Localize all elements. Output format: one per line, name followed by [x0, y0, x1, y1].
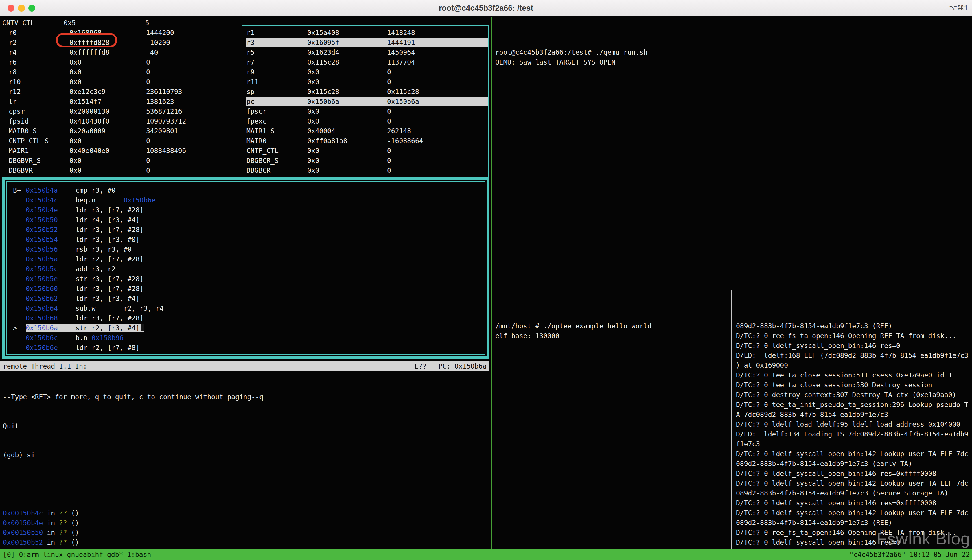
- register-hex-value: 0x16095f: [307, 38, 387, 47]
- register-name: lr: [9, 97, 69, 107]
- register-hex-value: 0x0: [69, 67, 146, 77]
- log-line: f1e7c3: [736, 439, 972, 449]
- gdb-status-left: remote Thread 1.1 In:: [3, 362, 87, 370]
- register-dec-value: 1444191: [387, 39, 415, 46]
- step-in-text: in: [43, 509, 59, 517]
- register-row: DBGBVR0x00: [9, 165, 241, 175]
- register-name: r7: [247, 57, 307, 67]
- disasm-instruction: ldr r3, [r7, #28]: [75, 226, 143, 233]
- register-dec-value: 1444200: [146, 29, 174, 37]
- disassembly-line: 0x150b60ldr r3, [r7, #28]: [13, 284, 485, 293]
- register-row: r80x00: [9, 67, 241, 77]
- register-name: fpscr: [247, 107, 307, 116]
- register-pane-top-border: [242, 25, 488, 26]
- disasm-instruction: str r2, [r3, #4]: [75, 324, 140, 332]
- register-row: sp0x115c280x115c28: [247, 87, 488, 97]
- disassembly-line: 0x150b6cb.n 0x150b96: [13, 333, 485, 343]
- register-name: r5: [247, 47, 307, 57]
- disassembly-line: 0x150b4eldr r3, [r7, #28]: [13, 205, 485, 215]
- disasm-address: 0x150b5c: [26, 264, 75, 274]
- register-row: MAIR1_S0x40004262148: [247, 126, 488, 136]
- register-dec-value: 34209801: [146, 127, 178, 135]
- log-line: D/TC:? 0 ldelf_syscall_open_bin:146 res=…: [736, 498, 972, 508]
- register-dec-value: 1418248: [387, 29, 415, 37]
- register-hex-value: 0x40004: [307, 126, 387, 136]
- step-address: 0x00150b52: [3, 538, 43, 546]
- register-dec-value: 0: [387, 108, 391, 115]
- register-name: DBGBVR_S: [9, 156, 69, 165]
- register-hex-value: 0x0: [69, 77, 146, 87]
- log-line: 089d2-883b-4f7b-8154-ea1db9f1e7c3 (REE): [736, 518, 972, 528]
- disasm-address: 0x150b6e: [26, 343, 75, 353]
- unknown-symbol: ??: [59, 529, 67, 536]
- shell-pane[interactable]: /mnt/host # ./optee_example_hello_worlde…: [495, 292, 727, 341]
- register-hex-value: 0xe12c3c9: [69, 87, 146, 97]
- register-dec-value: 0: [387, 167, 391, 174]
- gdb-cli-pane[interactable]: --Type <RET> for more, q to quit, c to c…: [3, 373, 263, 560]
- log-line: D/TC:? 0 tee_ta_close_session:511 csess …: [736, 370, 972, 380]
- register-dec-value: 536871216: [146, 108, 182, 115]
- disassembly-line: 0x150b4cbeq.n 0x150b6e: [13, 195, 485, 205]
- register-hex-value: 0x20000130: [69, 107, 146, 116]
- disasm-address: 0x150b54: [26, 235, 75, 244]
- disasm-address: 0x150b52: [26, 225, 75, 235]
- titlebar: root@c4c45b3f2a66: /test ⌥⌘1: [0, 0, 972, 16]
- register-row: r60x00: [9, 57, 241, 67]
- disassembly-line: 0x150b5cadd r3, r2: [13, 264, 485, 274]
- tmux-host-clock: "c4c45b3f2a66" 10:12 05-Jun-22: [850, 549, 970, 560]
- watermark: Fswlnk Blog: [877, 529, 970, 548]
- register-pane-left-border: [5, 27, 5, 177]
- disasm-instruction: ldr r3, [r7, #28]: [75, 314, 143, 322]
- register-name: sp: [247, 87, 307, 97]
- register-dec-value: 0x150b6a: [387, 98, 419, 105]
- register-column-right[interactable]: r10x15a4081418248r30x16095f1444191r50x16…: [242, 28, 488, 175]
- paging-message: --Type <RET> for more, q to quit, c to c…: [3, 392, 263, 402]
- optee-log-pane[interactable]: 089d2-883b-4f7b-8154-ea1db9f1e7c3 (REE)D…: [736, 292, 972, 560]
- tmux-session-windows[interactable]: [0] 0:arm-linux-gnueabihf-gdb* 1:bash-: [3, 551, 155, 558]
- register-name: DBGBVR: [9, 165, 69, 175]
- disasm-instruction: sub.w r2, r3, r4: [75, 305, 164, 312]
- pane-separator-vertical[interactable]: [731, 290, 732, 549]
- log-line: D/TC:? 0 ldelf_syscall_open_bin:142 Look…: [736, 478, 972, 488]
- disasm-instruction: b.n: [75, 334, 92, 342]
- pane-separator-vertical-active[interactable]: [491, 17, 492, 549]
- log-line: 089d2-883b-4f7b-8154-ea1db9f1e7c3 (Secur…: [736, 488, 972, 498]
- register-row: r10x15a4081418248: [247, 28, 488, 38]
- register-row: MAIR0_S0x20a000934209801: [9, 126, 241, 136]
- register-name: r12: [9, 87, 69, 97]
- register-name: MAIR1_S: [247, 126, 307, 136]
- register-hex-value: 0x20a0009: [69, 126, 146, 136]
- register-name: r8: [9, 67, 69, 77]
- disassembly-line: 0x150b52ldr r3, [r7, #28]: [13, 225, 485, 235]
- disasm-address: 0x150b64: [26, 303, 75, 313]
- register-dec-value: 0: [146, 137, 150, 145]
- register-dec-value: 0: [387, 68, 391, 76]
- disasm-address: 0x150b50: [26, 215, 75, 225]
- disasm-address: 0x150b4c: [26, 195, 75, 205]
- register-hex-value: 0x0: [307, 116, 387, 126]
- shell-output-line: /mnt/host # ./optee_example_hello_world: [495, 321, 727, 331]
- disassembly-line: 0x150b68ldr r3, [r7, #28]: [13, 313, 485, 323]
- pane-separator-horizontal[interactable]: [493, 290, 972, 290]
- register-dec-value: 0x115c28: [387, 88, 419, 95]
- log-line: 089d2-883b-4f7b-8154-ea1db9f1e7c3 (REE): [736, 321, 972, 331]
- register-hex-value: 0x1514f7: [69, 97, 146, 107]
- register-name: cpsr: [9, 107, 69, 116]
- register-row: r110x00: [247, 77, 488, 87]
- log-line: D/TC:? 0 tee_ta_close_session:530 Destro…: [736, 380, 972, 390]
- register-name: r9: [247, 67, 307, 77]
- disasm-address: 0x150b5e: [26, 274, 75, 284]
- qemu-pane[interactable]: root@c4c45b3f2a66:/test# ./qemu_run.shQE…: [495, 18, 970, 67]
- register-row: r40xffffffd8-40: [9, 47, 241, 57]
- register-row: r70x115c281137704: [247, 57, 488, 67]
- register-column-left[interactable]: r00x1609681444200r20xffffd828-10200r40xf…: [6, 28, 241, 175]
- register-name: r1: [247, 28, 307, 38]
- disassembly-pane[interactable]: B+0x150b4acmp r3, #00x150b4cbeq.n 0x150b…: [2, 177, 490, 359]
- register-dec-value: 1090793712: [146, 117, 186, 125]
- disassembly-line: >0x150b6astr r2, [r3, #4]: [13, 323, 485, 333]
- register-dec-value: -10200: [146, 39, 170, 46]
- register-hex-value: 0x115c28: [307, 57, 387, 67]
- step-line: 0x00150b50 in ?? (): [3, 528, 263, 538]
- disasm-marker: B+: [13, 185, 26, 195]
- register-row: CNTP_CTL_S0x00: [9, 136, 241, 146]
